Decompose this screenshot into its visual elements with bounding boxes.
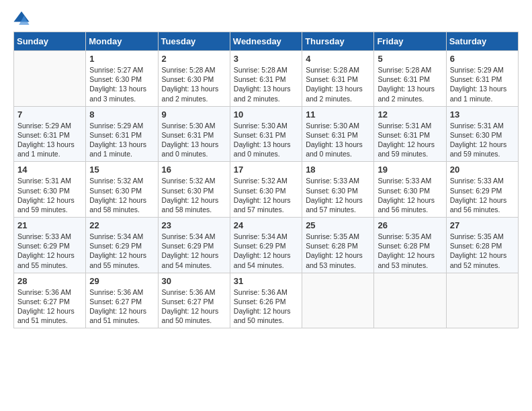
day-number: 14 — [17, 165, 82, 175]
day-info: Sunrise: 5:29 AMSunset: 6:31 PMDaylight:… — [89, 121, 154, 159]
calendar-cell: 4 Sunrise: 5:28 AMSunset: 6:31 PMDayligh… — [302, 51, 374, 107]
calendar-cell: 28 Sunrise: 5:36 AMSunset: 6:27 PMDaylig… — [14, 273, 86, 328]
day-info: Sunrise: 5:27 AMSunset: 6:30 PMDaylight:… — [89, 65, 154, 103]
calendar-cell: 23 Sunrise: 5:34 AMSunset: 6:29 PMDaylig… — [158, 218, 230, 273]
day-info: Sunrise: 5:35 AMSunset: 6:28 PMDaylight:… — [306, 232, 370, 270]
day-info: Sunrise: 5:33 AMSunset: 6:29 PMDaylight:… — [450, 176, 515, 214]
calendar-week-3: 14 Sunrise: 5:31 AMSunset: 6:30 PMDaylig… — [14, 162, 519, 218]
calendar-cell: 18 Sunrise: 5:33 AMSunset: 6:30 PMDaylig… — [302, 162, 374, 218]
calendar-cell: 30 Sunrise: 5:36 AMSunset: 6:27 PMDaylig… — [158, 273, 230, 328]
day-info: Sunrise: 5:32 AMSunset: 6:30 PMDaylight:… — [89, 176, 154, 214]
day-info: Sunrise: 5:34 AMSunset: 6:29 PMDaylight:… — [162, 232, 226, 270]
calendar-cell: 26 Sunrise: 5:35 AMSunset: 6:28 PMDaylig… — [374, 218, 446, 273]
weekday-thursday: Thursday — [302, 32, 374, 51]
day-info: Sunrise: 5:36 AMSunset: 6:27 PMDaylight:… — [89, 287, 154, 326]
calendar-cell: 31 Sunrise: 5:36 AMSunset: 6:26 PMDaylig… — [230, 273, 302, 328]
calendar-cell: 6 Sunrise: 5:29 AMSunset: 6:31 PMDayligh… — [446, 51, 518, 107]
day-number: 17 — [234, 165, 298, 175]
calendar-cell: 21 Sunrise: 5:33 AMSunset: 6:29 PMDaylig… — [14, 218, 86, 273]
day-info: Sunrise: 5:31 AMSunset: 6:30 PMDaylight:… — [17, 176, 82, 214]
day-number: 2 — [162, 54, 226, 64]
calendar-cell: 29 Sunrise: 5:36 AMSunset: 6:27 PMDaylig… — [86, 273, 158, 328]
day-number: 25 — [306, 220, 370, 230]
weekday-monday: Monday — [86, 32, 158, 51]
weekday-saturday: Saturday — [446, 32, 518, 51]
day-info: Sunrise: 5:34 AMSunset: 6:29 PMDaylight:… — [89, 232, 154, 270]
calendar-cell: 1 Sunrise: 5:27 AMSunset: 6:30 PMDayligh… — [86, 51, 158, 107]
day-number: 8 — [89, 109, 154, 120]
calendar-week-2: 7 Sunrise: 5:29 AMSunset: 6:31 PMDayligh… — [14, 106, 519, 162]
day-info: Sunrise: 5:33 AMSunset: 6:30 PMDaylight:… — [378, 176, 442, 214]
day-number: 30 — [162, 276, 226, 286]
day-info: Sunrise: 5:32 AMSunset: 6:30 PMDaylight:… — [234, 176, 298, 214]
weekday-tuesday: Tuesday — [158, 32, 230, 51]
page-header — [13, 11, 519, 25]
day-number: 15 — [89, 165, 154, 175]
day-info: Sunrise: 5:33 AMSunset: 6:29 PMDaylight:… — [17, 232, 82, 270]
day-number: 3 — [234, 54, 298, 64]
calendar-cell: 11 Sunrise: 5:30 AMSunset: 6:31 PMDaylig… — [302, 106, 374, 162]
day-number: 29 — [89, 276, 154, 286]
calendar-cell: 5 Sunrise: 5:28 AMSunset: 6:31 PMDayligh… — [374, 51, 446, 107]
calendar-cell: 19 Sunrise: 5:33 AMSunset: 6:30 PMDaylig… — [374, 162, 446, 218]
day-info: Sunrise: 5:30 AMSunset: 6:31 PMDaylight:… — [306, 121, 370, 159]
calendar-cell: 14 Sunrise: 5:31 AMSunset: 6:30 PMDaylig… — [14, 162, 86, 218]
day-number: 13 — [450, 109, 515, 120]
calendar-cell — [374, 273, 446, 328]
calendar-cell: 12 Sunrise: 5:31 AMSunset: 6:31 PMDaylig… — [374, 106, 446, 162]
day-number: 20 — [450, 165, 515, 175]
logo — [13, 11, 32, 25]
day-number: 16 — [162, 165, 226, 175]
weekday-friday: Friday — [374, 32, 446, 51]
day-info: Sunrise: 5:28 AMSunset: 6:31 PMDaylight:… — [306, 65, 370, 103]
day-info: Sunrise: 5:35 AMSunset: 6:28 PMDaylight:… — [378, 232, 442, 270]
calendar-cell: 25 Sunrise: 5:35 AMSunset: 6:28 PMDaylig… — [302, 218, 374, 273]
calendar-week-1: 1 Sunrise: 5:27 AMSunset: 6:30 PMDayligh… — [14, 51, 519, 107]
calendar-cell: 9 Sunrise: 5:30 AMSunset: 6:31 PMDayligh… — [158, 106, 230, 162]
calendar-cell: 2 Sunrise: 5:28 AMSunset: 6:30 PMDayligh… — [158, 51, 230, 107]
calendar-cell: 24 Sunrise: 5:34 AMSunset: 6:29 PMDaylig… — [230, 218, 302, 273]
day-number: 6 — [450, 54, 515, 64]
day-number: 18 — [306, 165, 370, 175]
day-number: 5 — [378, 54, 442, 64]
day-number: 9 — [162, 109, 226, 120]
day-info: Sunrise: 5:28 AMSunset: 6:31 PMDaylight:… — [378, 65, 442, 103]
day-info: Sunrise: 5:29 AMSunset: 6:31 PMDaylight:… — [450, 65, 515, 103]
day-info: Sunrise: 5:36 AMSunset: 6:27 PMDaylight:… — [17, 287, 82, 326]
day-number: 1 — [89, 54, 154, 64]
calendar-cell: 8 Sunrise: 5:29 AMSunset: 6:31 PMDayligh… — [86, 106, 158, 162]
calendar-week-4: 21 Sunrise: 5:33 AMSunset: 6:29 PMDaylig… — [14, 218, 519, 273]
calendar-cell: 16 Sunrise: 5:32 AMSunset: 6:30 PMDaylig… — [158, 162, 230, 218]
day-info: Sunrise: 5:31 AMSunset: 6:31 PMDaylight:… — [378, 121, 442, 159]
day-info: Sunrise: 5:29 AMSunset: 6:31 PMDaylight:… — [17, 121, 82, 159]
calendar-week-5: 28 Sunrise: 5:36 AMSunset: 6:27 PMDaylig… — [14, 273, 519, 328]
day-info: Sunrise: 5:28 AMSunset: 6:31 PMDaylight:… — [234, 65, 298, 103]
calendar-cell: 22 Sunrise: 5:34 AMSunset: 6:29 PMDaylig… — [86, 218, 158, 273]
day-info: Sunrise: 5:36 AMSunset: 6:27 PMDaylight:… — [162, 287, 226, 326]
weekday-sunday: Sunday — [14, 32, 86, 51]
day-number: 27 — [450, 220, 515, 230]
day-info: Sunrise: 5:36 AMSunset: 6:26 PMDaylight:… — [234, 287, 298, 326]
day-info: Sunrise: 5:33 AMSunset: 6:30 PMDaylight:… — [306, 176, 370, 214]
day-number: 11 — [306, 109, 370, 120]
day-info: Sunrise: 5:28 AMSunset: 6:30 PMDaylight:… — [162, 65, 226, 103]
day-number: 4 — [306, 54, 370, 64]
calendar-cell: 20 Sunrise: 5:33 AMSunset: 6:29 PMDaylig… — [446, 162, 518, 218]
day-number: 7 — [17, 109, 82, 120]
day-number: 28 — [17, 276, 82, 286]
day-number: 19 — [378, 165, 442, 175]
calendar-cell: 3 Sunrise: 5:28 AMSunset: 6:31 PMDayligh… — [230, 51, 302, 107]
calendar-cell: 17 Sunrise: 5:32 AMSunset: 6:30 PMDaylig… — [230, 162, 302, 218]
day-number: 10 — [234, 109, 298, 120]
calendar-cell: 27 Sunrise: 5:35 AMSunset: 6:28 PMDaylig… — [446, 218, 518, 273]
day-number: 23 — [162, 220, 226, 230]
day-number: 12 — [378, 109, 442, 120]
day-info: Sunrise: 5:35 AMSunset: 6:28 PMDaylight:… — [450, 232, 515, 270]
day-number: 22 — [89, 220, 154, 230]
day-number: 26 — [378, 220, 442, 230]
calendar-cell: 7 Sunrise: 5:29 AMSunset: 6:31 PMDayligh… — [14, 106, 86, 162]
calendar-cell — [302, 273, 374, 328]
weekday-header: SundayMondayTuesdayWednesdayThursdayFrid… — [14, 32, 519, 51]
day-info: Sunrise: 5:30 AMSunset: 6:31 PMDaylight:… — [162, 121, 226, 159]
calendar-cell — [14, 51, 86, 107]
